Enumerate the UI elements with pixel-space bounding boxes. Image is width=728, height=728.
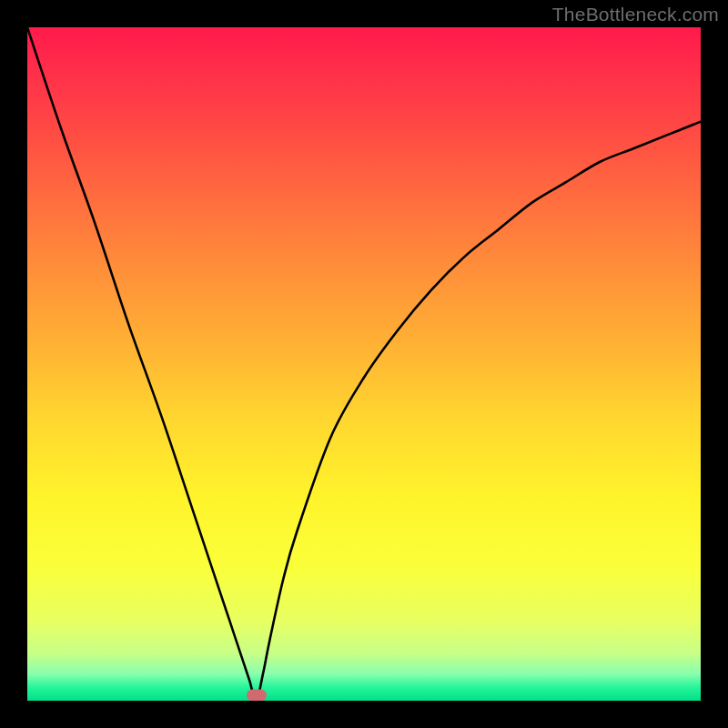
optimum-marker xyxy=(247,690,267,701)
watermark-text: TheBottleneck.com xyxy=(552,4,719,25)
bottleneck-curve xyxy=(27,27,701,701)
outer-frame: TheBottleneck.com xyxy=(0,0,728,728)
plot-area xyxy=(27,27,701,701)
